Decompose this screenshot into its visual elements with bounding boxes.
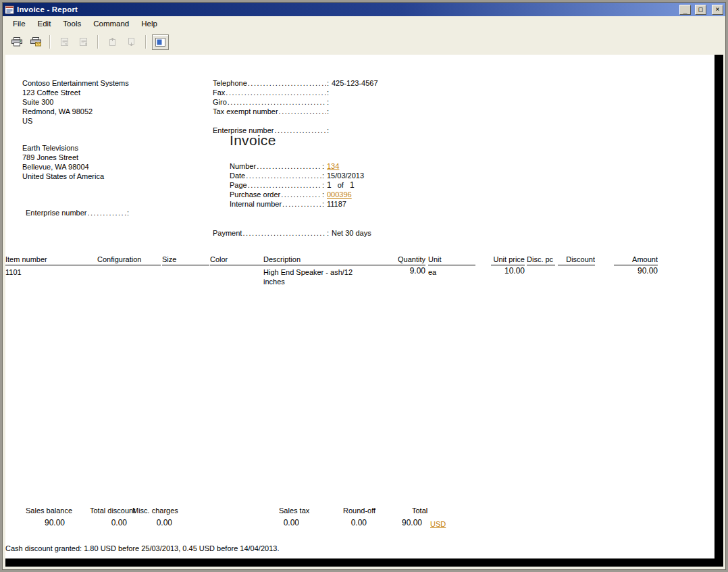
giro-label: Giro (213, 97, 227, 107)
arrow-down-page-icon (127, 37, 136, 47)
total-label: Total (412, 506, 427, 515)
colon: : (322, 180, 324, 190)
cell-unit: ea (428, 267, 475, 277)
toolbar-separator (49, 35, 51, 49)
customer-address: Earth Televisions 789 Jones Street Belle… (22, 143, 104, 181)
leader-dots (281, 190, 321, 199)
invoice-number-link[interactable]: 134 (327, 161, 339, 171)
cell-amount: 90.00 (614, 266, 658, 276)
cell-description-line2: inches (263, 277, 378, 286)
report-icon (5, 5, 14, 14)
invoice-page-total: 1 (350, 180, 355, 190)
payment-field: Payment : Net 30 days (213, 228, 371, 238)
col-header-configuration: Configuration (97, 255, 161, 265)
colon: : (327, 228, 329, 238)
total-value: 90.00 (375, 518, 422, 527)
col-header-item-number: Item number (5, 255, 100, 265)
purchase-order-link[interactable]: 000396 (327, 190, 352, 199)
leader-dots (226, 88, 326, 97)
colon: : (322, 171, 324, 180)
invoice-date-field: Date : 15/03/2013 (230, 171, 364, 180)
toolbar-separator (145, 35, 147, 49)
internal-number-field: Internal number : 11187 (230, 199, 346, 209)
round-off-value: 0.00 (326, 518, 367, 527)
telephone-label: Telephone (213, 78, 247, 88)
sender-address-line: 123 Coffee Street (22, 88, 129, 97)
purchase-order-label: Purchase order (230, 190, 280, 199)
print-setup-button[interactable] (27, 34, 44, 50)
total-discount-label: Total discount (90, 506, 135, 515)
tax-exempt-label: Tax exempt number (213, 107, 278, 116)
menu-edit[interactable]: Edit (32, 18, 57, 30)
invoice-heading: Invoice (230, 136, 276, 145)
sender-address-line: Suite 300 (22, 97, 129, 107)
printer-setup-icon (30, 37, 41, 47)
menu-tools[interactable]: Tools (57, 18, 87, 30)
tax-exempt-field: Tax exempt number : (213, 107, 332, 116)
fax-field: Fax : (213, 88, 332, 97)
fit-view-toggle[interactable] (152, 34, 169, 50)
internal-number-value: 11187 (327, 199, 346, 209)
customer-address-line: United States of America (22, 172, 104, 181)
colon: : (327, 97, 329, 107)
sender-address-line: US (22, 116, 129, 126)
invoice-page-label: Page (230, 180, 247, 190)
export-up-button[interactable] (56, 34, 73, 50)
leader-dots (88, 208, 126, 217)
colon: : (322, 190, 324, 199)
page-shadow-bottom (5, 558, 723, 567)
title-bar[interactable]: Invoice - Report _ □ × (3, 3, 725, 16)
colon: : (127, 208, 129, 217)
colon: : (322, 161, 324, 171)
invoice-date-label: Date (230, 171, 245, 180)
customer-address-line: Bellevue, WA 98004 (22, 162, 104, 172)
page-up-icon (60, 37, 69, 47)
export-down-button[interactable] (75, 34, 92, 50)
leader-dots (248, 180, 321, 190)
sender-address-line: Redmond, WA 98052 (22, 107, 129, 116)
leader-dots (246, 171, 321, 180)
payment-value: Net 30 days (332, 228, 371, 238)
next-page-button[interactable] (123, 34, 140, 50)
telephone-field: Telephone : 425-123-4567 (213, 78, 378, 88)
col-header-size: Size (162, 255, 209, 265)
colon: : (327, 78, 329, 88)
arrow-up-page-icon (108, 37, 117, 47)
close-button[interactable]: × (712, 5, 723, 15)
misc-charges-value: 0.00 (132, 518, 172, 527)
cell-quantity: 9.00 (375, 266, 425, 276)
colon: : (327, 126, 329, 135)
sales-balance-label: Sales balance (26, 506, 72, 515)
cell-unit-price: 10.00 (491, 266, 525, 276)
customer-enterprise-label: Enterprise number (26, 208, 87, 217)
window-title: Invoice - Report (17, 5, 675, 14)
fax-label: Fax (213, 88, 225, 97)
menu-file[interactable]: File (7, 18, 32, 30)
leader-dots (228, 97, 326, 107)
leader-dots (275, 126, 326, 135)
customer-enterprise-field: Enterprise number : (26, 208, 132, 217)
leader-dots (279, 107, 326, 116)
leader-dots (282, 199, 321, 209)
menu-help[interactable]: Help (135, 18, 163, 30)
col-header-quantity: Quantity (375, 255, 425, 265)
sender-name: Contoso Entertainment Systems (22, 78, 129, 88)
col-header-unit-price: Unit price (491, 255, 525, 265)
page-of-label: of (338, 180, 344, 190)
maximize-button[interactable]: □ (695, 5, 706, 15)
prev-page-button[interactable] (104, 34, 121, 50)
sales-balance-value: 90.00 (18, 518, 65, 527)
currency-link[interactable]: USD (430, 519, 446, 529)
sender-address: Contoso Entertainment Systems 123 Coffee… (22, 78, 129, 126)
minimize-button[interactable]: _ (679, 5, 691, 15)
menu-bar: File Edit Tools Command Help (3, 16, 725, 32)
leader-dots (248, 78, 326, 88)
total-discount-value: 0.00 (86, 518, 127, 527)
leader-dots (257, 161, 321, 171)
purchase-order-field: Purchase order : 000396 (230, 190, 352, 199)
print-button[interactable] (8, 34, 25, 50)
menu-command[interactable]: Command (87, 18, 135, 30)
view-icon (155, 38, 165, 47)
sales-tax-value: 0.00 (259, 518, 299, 527)
invoice-page-field: Page : 1 of 1 (230, 180, 355, 190)
